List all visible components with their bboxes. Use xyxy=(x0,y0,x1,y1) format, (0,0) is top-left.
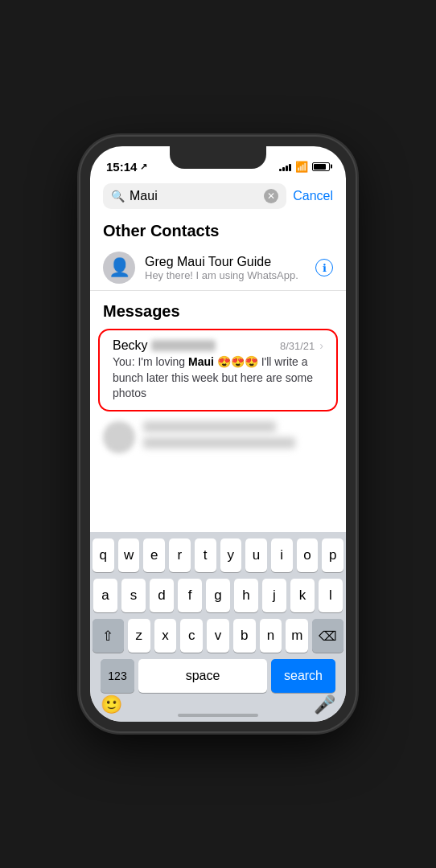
blurred-message-row-1[interactable] xyxy=(90,415,346,460)
key-i[interactable]: i xyxy=(271,538,293,572)
chevron-right-icon: › xyxy=(319,339,323,352)
key-x[interactable]: x xyxy=(154,619,177,653)
person-icon: 👤 xyxy=(109,257,130,278)
keyboard-row-3: ⇧ z x c v b n m ⌫ xyxy=(93,619,343,653)
key-z[interactable]: z xyxy=(128,619,150,653)
maui-keyword: Maui xyxy=(188,355,214,368)
search-input[interactable]: Maui xyxy=(130,189,259,203)
key-b[interactable]: b xyxy=(233,619,256,653)
key-w[interactable]: w xyxy=(118,538,140,572)
key-q[interactable]: q xyxy=(93,538,114,572)
battery-icon xyxy=(312,162,330,171)
keyboard: q w e r t y u i o p a s d f g xyxy=(90,532,346,722)
message-row-top: Becky 8/31/21 › xyxy=(113,338,323,353)
signal-bars xyxy=(279,162,291,171)
key-v[interactable]: v xyxy=(207,619,229,653)
other-contacts-header: Other Contacts xyxy=(90,214,346,245)
message-preview: You: I'm loving Maui 😍😍😍 I'll write a bu… xyxy=(113,354,323,402)
phone-frame: 15:14 ↗ 📶 xyxy=(80,137,356,731)
key-u[interactable]: u xyxy=(245,538,267,572)
messages-section: Messages Becky 8/31/21 › xyxy=(90,294,346,460)
sender-area: Becky xyxy=(113,338,216,353)
screen-content: 15:14 ↗ 📶 xyxy=(90,146,346,722)
backspace-key[interactable]: ⌫ xyxy=(312,619,343,653)
key-t[interactable]: t xyxy=(195,538,216,572)
key-f[interactable]: f xyxy=(178,579,202,612)
contact-name: Greg Maui Tour Guide xyxy=(145,255,306,269)
time-display: 15:14 xyxy=(106,160,137,174)
wifi-icon: 📶 xyxy=(295,161,308,173)
keyboard-bottom-row: 123 space search xyxy=(93,659,343,693)
contact-row[interactable]: 👤 Greg Maui Tour Guide Hey there! I am u… xyxy=(90,245,346,291)
signal-bar-1 xyxy=(279,169,282,171)
shift-key[interactable]: ⇧ xyxy=(93,619,124,653)
key-p[interactable]: p xyxy=(322,538,343,572)
sender-name-blur xyxy=(151,340,216,351)
signal-bar-2 xyxy=(282,167,285,171)
location-arrow-icon: ↗ xyxy=(140,162,147,172)
cancel-button[interactable]: Cancel xyxy=(293,189,333,203)
keyboard-row-1: q w e r t y u i o p xyxy=(93,538,343,572)
search-input-wrapper[interactable]: 🔍 Maui ✕ xyxy=(103,183,286,209)
space-key[interactable]: space xyxy=(138,659,267,693)
key-h[interactable]: h xyxy=(234,579,258,612)
key-l[interactable]: l xyxy=(319,579,343,612)
message-row[interactable]: Becky 8/31/21 › You: I'm loving Maui 😍😍😍… xyxy=(98,329,338,411)
battery-fill xyxy=(314,164,326,170)
keyboard-emoji-row: 🙂 🎤 xyxy=(93,694,343,715)
key-a[interactable]: a xyxy=(93,579,117,612)
key-r[interactable]: r xyxy=(169,538,191,572)
blurred-content xyxy=(143,421,333,453)
key-e[interactable]: e xyxy=(143,538,165,572)
numbers-key[interactable]: 123 xyxy=(101,659,134,693)
key-y[interactable]: y xyxy=(220,538,242,572)
preview-before: You: I'm loving xyxy=(113,355,188,368)
keyboard-row-2: a s d f g h j k l xyxy=(93,579,343,612)
messages-header: Messages xyxy=(90,294,346,326)
mic-button[interactable]: 🎤 xyxy=(314,694,335,715)
home-indicator[interactable] xyxy=(178,714,258,717)
key-c[interactable]: c xyxy=(180,619,203,653)
message-sender: Becky xyxy=(113,338,148,353)
avatar: 👤 xyxy=(103,252,135,284)
emoji-button[interactable]: 🙂 xyxy=(101,694,122,715)
search-bar: 🔍 Maui ✕ Cancel xyxy=(90,178,346,214)
key-o[interactable]: o xyxy=(297,538,319,572)
phone-screen: 15:14 ↗ 📶 xyxy=(90,146,346,722)
date-area: 8/31/21 › xyxy=(280,339,323,352)
key-n[interactable]: n xyxy=(260,619,282,653)
search-icon: 🔍 xyxy=(111,190,125,203)
signal-bar-3 xyxy=(286,166,288,171)
signal-bar-4 xyxy=(289,164,291,171)
search-key[interactable]: search xyxy=(271,659,335,693)
status-icons: 📶 xyxy=(279,161,330,173)
key-m[interactable]: m xyxy=(286,619,308,653)
notch xyxy=(170,146,266,169)
key-g[interactable]: g xyxy=(206,579,230,612)
key-s[interactable]: s xyxy=(121,579,146,612)
message-date: 8/31/21 xyxy=(280,340,315,352)
blurred-avatar xyxy=(103,421,135,453)
key-k[interactable]: k xyxy=(290,579,315,612)
blur-name-line xyxy=(143,421,276,432)
blur-preview-line xyxy=(143,437,295,448)
info-button[interactable]: ℹ xyxy=(315,259,333,276)
key-d[interactable]: d xyxy=(150,579,174,612)
contact-status: Hey there! I am using WhatsApp. xyxy=(145,269,306,281)
contact-info: Greg Maui Tour Guide Hey there! I am usi… xyxy=(145,255,306,281)
key-j[interactable]: j xyxy=(262,579,286,612)
search-clear-button[interactable]: ✕ xyxy=(264,189,278,203)
status-time: 15:14 ↗ xyxy=(106,160,147,174)
